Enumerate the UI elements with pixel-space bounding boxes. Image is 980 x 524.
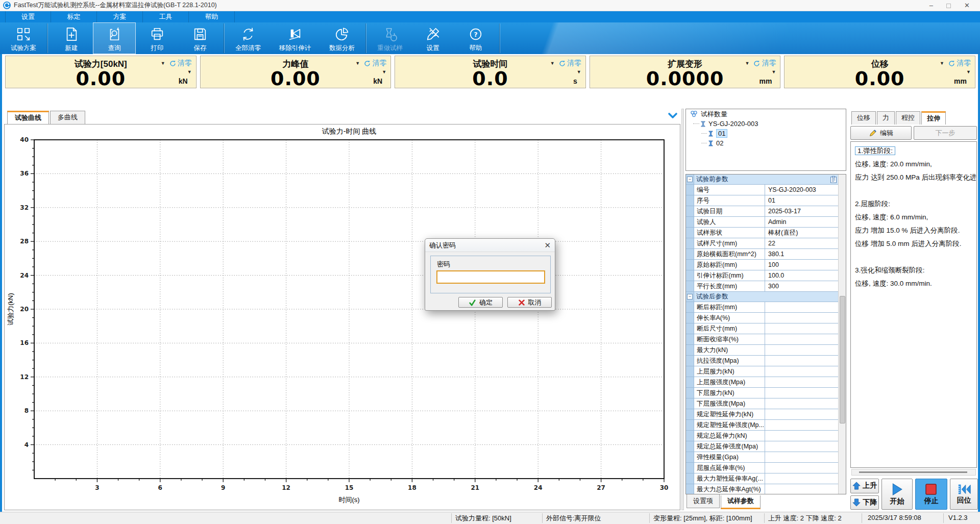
- param-row[interactable]: 屈服点延伸率(%): [686, 463, 839, 473]
- play-icon: [891, 483, 903, 496]
- chevron-down-icon[interactable]: [668, 112, 678, 119]
- control-tab-3[interactable]: 拉伸: [921, 111, 946, 124]
- params-scrollbar[interactable]: [838, 174, 846, 494]
- move-up-label: 上升: [863, 481, 877, 490]
- up-arrow-icon: [852, 482, 861, 490]
- toolbar-pie-chart-button[interactable]: 数据分析: [321, 22, 363, 54]
- minimize-button[interactable]: –: [929, 0, 933, 11]
- param-row[interactable]: 序号 01: [686, 195, 839, 206]
- clear-button[interactable]: 清零: [753, 59, 776, 68]
- param-row[interactable]: 编号 YS-GJ-2020-003: [686, 185, 839, 195]
- toolbar-plan-button[interactable]: 试验方案: [2, 22, 45, 54]
- param-row[interactable]: 上屈服强度(Mpa): [686, 377, 839, 388]
- menu-item-3[interactable]: 工具: [143, 11, 189, 22]
- gauge-unit: kN: [179, 77, 188, 85]
- control-tab-2[interactable]: 程控: [896, 111, 920, 124]
- param-row[interactable]: 试样形状 棒材(直径): [686, 228, 839, 238]
- toolbar-new-doc-button[interactable]: 新建: [50, 22, 93, 54]
- param-row[interactable]: 引伸计标距(mm) 100.0: [686, 270, 839, 281]
- toolbar-printer-button[interactable]: 打印: [136, 22, 179, 54]
- param-row[interactable]: 试验日期 2025-03-17: [686, 206, 839, 217]
- panel-splitter[interactable]: [681, 109, 684, 510]
- param-row[interactable]: 抗拉强度(Mpa): [686, 356, 839, 366]
- clear-button[interactable]: 清零: [948, 59, 971, 68]
- start-button[interactable]: 开始: [881, 479, 912, 510]
- chevron-down-icon[interactable]: ▼: [940, 61, 944, 66]
- control-tab-0[interactable]: 位移: [851, 111, 876, 124]
- params-tab-0[interactable]: 设置项: [687, 494, 720, 508]
- clipboard-icon[interactable]: [830, 176, 837, 183]
- params-tab-1[interactable]: 试样参数: [721, 495, 761, 509]
- chevron-down-icon[interactable]: ▼: [745, 61, 749, 66]
- tree-child-node-0[interactable]: 01: [686, 129, 846, 138]
- menu-item-2[interactable]: 方案: [97, 11, 143, 22]
- clear-button[interactable]: 清零: [559, 59, 581, 68]
- titlebar: FastTest万能试验机测控系统--金属材料室温拉伸试验(GB-T 228.1…: [0, 0, 980, 11]
- param-row[interactable]: 弹性模量(Gpa): [686, 452, 839, 463]
- move-down-button[interactable]: 下降: [850, 495, 879, 510]
- param-row[interactable]: 下屈服强度(Mpa): [686, 398, 839, 409]
- stage-horizontal-scrollbar[interactable]: [851, 469, 976, 476]
- chevron-down-icon[interactable]: ▼: [161, 61, 165, 66]
- close-button[interactable]: ✕: [964, 0, 970, 11]
- ok-button[interactable]: 确定: [458, 297, 503, 308]
- chevron-down-icon[interactable]: ▼: [550, 61, 555, 66]
- param-row[interactable]: 上屈服力(kN): [686, 366, 839, 377]
- cancel-button[interactable]: 取消: [507, 297, 552, 308]
- toolbar-extensometer-button[interactable]: 移除引伸计: [270, 22, 321, 54]
- param-row[interactable]: 平行长度(mm) 300: [686, 281, 839, 292]
- param-row[interactable]: 断后尺寸(mm): [686, 323, 839, 334]
- chevron-down-icon[interactable]: ▼: [355, 61, 360, 66]
- maximize-button[interactable]: [946, 4, 951, 8]
- param-row[interactable]: 伸长率A(%): [686, 313, 839, 323]
- stop-button[interactable]: 停止: [915, 479, 948, 510]
- toolbar-reset-all-button[interactable]: 全部清零: [227, 22, 270, 54]
- collapse-icon[interactable]: −: [687, 177, 693, 182]
- toolbar-search-doc-button[interactable]: 查询: [93, 22, 136, 54]
- param-row[interactable]: 最大力塑性延伸率Ag(...: [686, 473, 839, 484]
- return-home-button[interactable]: 回位: [950, 479, 978, 510]
- toolbar-save-button[interactable]: 保存: [179, 22, 222, 54]
- clear-button[interactable]: 清零: [169, 59, 192, 68]
- tree-child-node-1[interactable]: 02: [686, 138, 846, 148]
- param-label: 伸长率A(%): [694, 313, 765, 323]
- param-row[interactable]: 最大力总延伸率Agt(%): [686, 484, 839, 494]
- param-row[interactable]: 规定总延伸力(kN): [686, 431, 839, 441]
- edit-button[interactable]: 编辑: [850, 126, 912, 140]
- param-row[interactable]: 规定塑性延伸强度(Mp...: [686, 420, 839, 431]
- menu-item-1[interactable]: 标定: [51, 11, 97, 22]
- param-group-title: 试验前参数: [694, 175, 830, 184]
- param-row[interactable]: 下屈服力(kN): [686, 388, 839, 398]
- clear-button[interactable]: 清零: [364, 59, 386, 68]
- control-tab-1[interactable]: 力: [877, 111, 895, 124]
- param-row[interactable]: 断面收缩率(%): [686, 334, 839, 345]
- stage-line: [855, 184, 972, 197]
- param-row[interactable]: 原始标距(mm) 100: [686, 260, 839, 270]
- param-group-header-0[interactable]: − 试验前参数: [686, 174, 839, 185]
- collapse-icon[interactable]: −: [687, 294, 693, 300]
- tree-root-node[interactable]: YS-GJ-2020-003: [686, 119, 846, 129]
- chart-tab-0[interactable]: 试验曲线: [7, 111, 49, 124]
- move-up-button[interactable]: 上升: [850, 479, 879, 493]
- param-row[interactable]: 规定塑性延伸力(kN): [686, 409, 839, 420]
- menu-item-0[interactable]: 设置: [5, 11, 51, 22]
- curve-chart: 试验力-时间 曲线3691215182124273048121620242832…: [4, 124, 680, 510]
- param-row[interactable]: 试样尺寸(mm) 22: [686, 238, 839, 249]
- param-group-header-1[interactable]: − 试验后参数: [686, 292, 839, 302]
- gauge-3: 扩展变形 ▼ 清零 ▼ 0.0000 mm: [590, 56, 781, 88]
- param-row[interactable]: 断后标距(mm): [686, 302, 839, 313]
- gauge-unit: mm: [954, 77, 967, 85]
- param-row[interactable]: 最大力(kN): [686, 345, 839, 356]
- menu-item-4[interactable]: 帮助: [189, 11, 235, 22]
- svg-text:40: 40: [20, 136, 29, 143]
- param-row[interactable]: 原始横截面积(mm^2) 380.1: [686, 249, 839, 260]
- gauge-unit: mm: [759, 77, 772, 85]
- dialog-close-icon[interactable]: ✕: [544, 241, 551, 249]
- password-input[interactable]: [436, 270, 545, 284]
- param-row[interactable]: 试验人 Admin: [686, 217, 839, 228]
- toolbar-help-button[interactable]: ?帮助: [454, 22, 497, 54]
- toolbar-tools-button[interactable]: 设置: [411, 22, 454, 54]
- chart-tab-1[interactable]: 多曲线: [50, 111, 85, 124]
- next-step-button[interactable]: 下一步: [914, 126, 977, 140]
- param-row[interactable]: 规定总延伸强度(Mpa): [686, 441, 839, 452]
